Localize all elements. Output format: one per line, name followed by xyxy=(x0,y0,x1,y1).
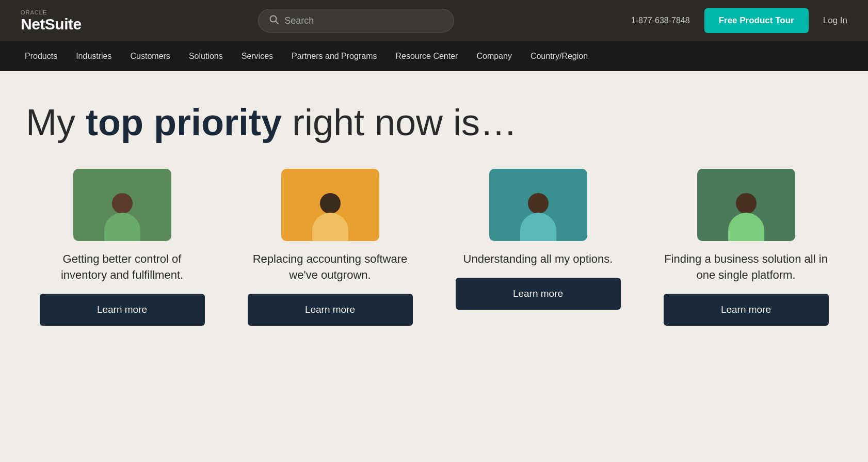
avatar-head-2 xyxy=(320,193,341,214)
avatar-figure-2 xyxy=(312,193,348,241)
avatar-body-1 xyxy=(104,213,140,241)
nav-item-solutions[interactable]: Solutions xyxy=(180,41,232,71)
card-avatar-2 xyxy=(281,169,379,241)
avatar-head-3 xyxy=(528,193,549,214)
learn-more-button-4[interactable]: Learn more xyxy=(664,294,829,326)
nav-item-industries[interactable]: Industries xyxy=(67,41,121,71)
avatar-body-2 xyxy=(312,213,348,241)
logo: ORACLE NetSuite xyxy=(21,10,82,32)
card-options: Understanding all my options. Learn more xyxy=(442,169,634,326)
card-avatar-1 xyxy=(73,169,171,241)
hero-headline: My top priority right now is… xyxy=(26,102,842,143)
headline-prefix: My xyxy=(26,102,86,143)
card-text-3: Understanding all my options. xyxy=(463,251,613,267)
card-avatar-4 xyxy=(697,169,795,241)
avatar-head-1 xyxy=(112,193,133,214)
hero-section: My top priority right now is… Getting be… xyxy=(0,71,868,346)
headline-bold: top priority xyxy=(86,102,282,143)
login-link[interactable]: Log In xyxy=(823,15,847,26)
avatar-head-4 xyxy=(736,193,757,214)
top-bar: ORACLE NetSuite 1-877-638-7848 Free Prod… xyxy=(0,0,868,41)
headline-suffix: right now is… xyxy=(282,102,517,143)
nav-item-company[interactable]: Company xyxy=(467,41,521,71)
avatar-body-4 xyxy=(728,213,764,241)
card-platform: Finding a business solution all in one s… xyxy=(650,169,842,326)
avatar-body-3 xyxy=(520,213,556,241)
netsuite-label: NetSuite xyxy=(21,17,82,32)
search-icon xyxy=(269,14,279,27)
card-text-1: Getting better control of inventory and … xyxy=(40,251,205,283)
learn-more-button-3[interactable]: Learn more xyxy=(456,278,621,310)
nav-item-country[interactable]: Country/Region xyxy=(521,41,597,71)
oracle-label: ORACLE xyxy=(21,10,82,15)
nav-bar: Products Industries Customers Solutions … xyxy=(0,41,868,71)
card-accounting: Replacing accounting software we've outg… xyxy=(234,169,426,326)
avatar-figure-4 xyxy=(728,193,764,241)
card-inventory: Getting better control of inventory and … xyxy=(26,169,218,326)
cards-grid: Getting better control of inventory and … xyxy=(26,169,842,326)
svg-line-1 xyxy=(276,21,278,24)
nav-item-services[interactable]: Services xyxy=(232,41,282,71)
nav-item-partners[interactable]: Partners and Programs xyxy=(282,41,386,71)
avatar-figure-1 xyxy=(104,193,140,241)
card-text-2: Replacing accounting software we've outg… xyxy=(248,251,413,283)
search-bar[interactable] xyxy=(258,9,454,33)
nav-item-customers[interactable]: Customers xyxy=(121,41,180,71)
nav-item-products[interactable]: Products xyxy=(15,41,67,71)
phone-number: 1-877-638-7848 xyxy=(631,16,690,25)
top-bar-right: 1-877-638-7848 Free Product Tour Log In xyxy=(631,8,847,33)
card-avatar-3 xyxy=(489,169,587,241)
search-input[interactable] xyxy=(284,15,443,26)
nav-item-resource[interactable]: Resource Center xyxy=(386,41,467,71)
avatar-figure-3 xyxy=(520,193,556,241)
learn-more-button-1[interactable]: Learn more xyxy=(40,294,205,326)
learn-more-button-2[interactable]: Learn more xyxy=(248,294,413,326)
free-product-tour-button[interactable]: Free Product Tour xyxy=(704,8,809,33)
card-text-4: Finding a business solution all in one s… xyxy=(664,251,829,283)
